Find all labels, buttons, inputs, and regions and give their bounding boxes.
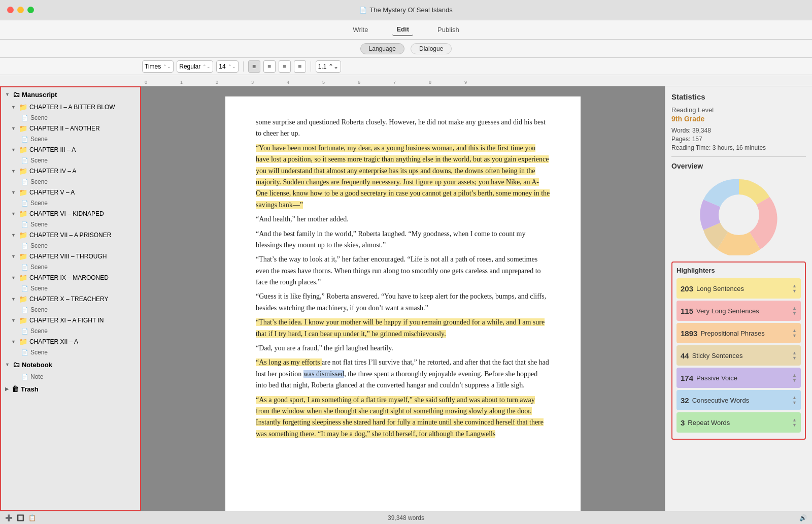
triangle-icon: ▼ xyxy=(11,105,16,110)
ruler-mark-0: 0 xyxy=(145,80,147,85)
sidebar-item-scene-9[interactable]: 📄 Scene xyxy=(1,283,140,293)
hl-arrow-up-2[interactable]: ▲ xyxy=(792,306,797,311)
hl-row-prepositional[interactable]: 1893 Prepositional Phrases ▲ ▼ xyxy=(676,323,801,343)
sidebar-item-scene-6[interactable]: 📄 Scene xyxy=(1,219,140,230)
sidebar-item-chapter-6[interactable]: ▼ 📁 CHAPTER VI – KIDNAPED xyxy=(1,208,140,219)
hl-arrow-up-4[interactable]: ▲ xyxy=(792,351,797,355)
sidebar-item-chapter-4[interactable]: ▼ 📁 CHAPTER IV – A xyxy=(1,166,140,177)
sidebar-item-scene-11[interactable]: 📄 Scene xyxy=(1,326,140,336)
hl-count-3: 1893 xyxy=(681,329,697,338)
add-doc-button[interactable]: ➕ xyxy=(5,514,13,521)
sidebar-item-note[interactable]: 📄 Note xyxy=(1,372,140,382)
stats-title: Statistics xyxy=(671,92,806,101)
sidebar-item-chapter-9[interactable]: ▼ 📁 CHAPTER IX – MAROONED xyxy=(1,272,140,283)
sidebar-item-chapter-2[interactable]: ▼ 📁 CHAPTER II – ANOTHER xyxy=(1,123,140,134)
font-selector[interactable]: Times ⌃⌄ xyxy=(142,60,174,73)
write-button[interactable]: Write xyxy=(349,24,372,36)
sidebar-item-scene-5[interactable]: 📄 Scene xyxy=(1,198,140,208)
hl-arrow-down-2[interactable]: ▼ xyxy=(792,311,797,316)
hl-label-2: Very Long Sentences xyxy=(696,307,759,315)
hl-arrow-down-3[interactable]: ▼ xyxy=(792,334,797,338)
statusbar-left[interactable]: ➕ 🔲 📋 xyxy=(5,514,36,521)
sidebar-item-chapter-3[interactable]: ▼ 📁 CHAPTER III – A xyxy=(1,144,140,155)
style-selector[interactable]: Regular ⌃⌄ xyxy=(177,60,213,73)
hl-arrow-up-3[interactable]: ▲ xyxy=(792,329,797,333)
hl-arrow-down-1[interactable]: ▼ xyxy=(792,289,797,293)
hl-arrow-up-1[interactable]: ▲ xyxy=(792,284,797,288)
doc-icon: 📄 xyxy=(21,200,28,207)
triangle-icon: ▼ xyxy=(11,297,16,302)
dialogue-button[interactable]: Dialogue xyxy=(411,43,452,54)
hl-arrow-down-5[interactable]: ▼ xyxy=(792,378,797,383)
sidebar-item-manuscript[interactable]: ▼ 🗂 Manuscript xyxy=(1,87,140,102)
corkboard-button[interactable]: 📋 xyxy=(28,514,36,521)
hl-arrows-1[interactable]: ▲ ▼ xyxy=(792,284,797,293)
minimize-button[interactable] xyxy=(17,7,24,13)
publish-button[interactable]: Publish xyxy=(433,24,463,36)
doc-icon: 📄 xyxy=(21,374,28,380)
maximize-button[interactable] xyxy=(27,7,34,13)
para-9: “As a good sport, I am something of a fl… xyxy=(256,395,550,440)
sidebar-item-chapter-12[interactable]: ▼ 📁 CHAPTER XII – A xyxy=(1,336,140,347)
sidebar-item-scene-12[interactable]: 📄 Scene xyxy=(1,347,140,357)
doc-icon: 📄 xyxy=(21,157,28,164)
subtoolbar: Language Dialogue xyxy=(0,40,812,58)
edit-button[interactable]: Edit xyxy=(392,23,413,36)
align-justify-button[interactable]: ≡ xyxy=(294,60,306,73)
sidebar-item-scene-2[interactable]: 📄 Scene xyxy=(1,134,140,144)
chapter-folder-icon: 📁 xyxy=(19,295,27,303)
language-button[interactable]: Language xyxy=(360,43,404,54)
triangle-icon: ▼ xyxy=(11,169,16,174)
align-right-button[interactable]: ≡ xyxy=(279,60,291,73)
hl-arrow-up-6[interactable]: ▲ xyxy=(792,396,797,400)
stats-pages: Pages: 157 xyxy=(671,136,806,143)
sidebar-item-chapter-1[interactable]: ▼ 📁 CHAPTER I – A BITTER BLOW xyxy=(1,102,140,113)
sidebar-item-chapter-11[interactable]: ▼ 📁 CHAPTER XI – A FIGHT IN xyxy=(1,315,140,326)
hl-row-content-1: 203 Long Sentences xyxy=(681,284,744,293)
hl-arrows-3[interactable]: ▲ ▼ xyxy=(792,329,797,338)
sidebar-item-trash[interactable]: ▶ 🗑 Trash xyxy=(1,382,140,396)
chapter-folder-icon: 📁 xyxy=(19,124,27,133)
sidebar-item-scene-7[interactable]: 📄 Scene xyxy=(1,241,140,251)
sidebar-item-scene-3[interactable]: 📄 Scene xyxy=(1,155,140,166)
hl-arrow-down-4[interactable]: ▼ xyxy=(792,356,797,361)
hl-row-passive-voice[interactable]: 174 Passive Voice ▲ ▼ xyxy=(676,368,801,388)
triangle-icon: ▼ xyxy=(11,147,16,152)
close-button[interactable] xyxy=(7,7,14,13)
view-toggle-button[interactable]: 🔲 xyxy=(17,514,24,521)
size-selector[interactable]: 14 ⌃⌄ xyxy=(216,60,238,73)
spacing-selector[interactable]: 1.1 ⌃⌄ xyxy=(316,60,342,73)
hl-row-sticky[interactable]: 44 Sticky Sentences ▲ ▼ xyxy=(676,345,801,366)
align-center-button[interactable]: ≡ xyxy=(263,60,276,73)
hl-count-7: 3 xyxy=(681,418,685,427)
sidebar-item-scene-1[interactable]: 📄 Scene xyxy=(1,113,140,123)
sidebar-item-chapter-7[interactable]: ▼ 📁 CHAPTER VII – A PRISONER xyxy=(1,230,140,241)
window-controls[interactable] xyxy=(7,7,34,13)
hl-label-4: Sticky Sentences xyxy=(692,352,743,359)
sidebar-item-chapter-5[interactable]: ▼ 📁 CHAPTER V – A xyxy=(1,187,140,198)
hl-row-consecutive-words[interactable]: 32 Consecutive Words ▲ ▼ xyxy=(676,390,801,410)
font-arrow-icon: ⌃⌄ xyxy=(163,64,171,69)
hl-arrows-7[interactable]: ▲ ▼ xyxy=(792,418,797,428)
ruler-mark-7: 7 xyxy=(393,80,396,85)
sidebar-item-scene-4[interactable]: 📄 Scene xyxy=(1,177,140,187)
hl-arrow-down-6[interactable]: ▼ xyxy=(792,401,797,405)
editor-area[interactable]: some surprise and questioned Roberta clo… xyxy=(141,86,665,511)
hl-row-long-sentences[interactable]: 203 Long Sentences ▲ ▼ xyxy=(676,278,801,299)
hl-arrow-down-7[interactable]: ▼ xyxy=(792,423,797,428)
sidebar-item-notebook[interactable]: ▼ 🗂 Notebook xyxy=(1,357,140,372)
sidebar-item-scene-10[interactable]: 📄 Scene xyxy=(1,305,140,315)
editor-page[interactable]: some surprise and questioned Roberta clo… xyxy=(225,96,581,511)
hl-arrow-up-5[interactable]: ▲ xyxy=(792,373,797,378)
sidebar-item-scene-8[interactable]: 📄 Scene xyxy=(1,262,140,272)
hl-arrows-2[interactable]: ▲ ▼ xyxy=(792,306,797,316)
hl-arrows-4[interactable]: ▲ ▼ xyxy=(792,351,797,361)
hl-arrows-5[interactable]: ▲ ▼ xyxy=(792,373,797,383)
hl-row-very-long-sentences[interactable]: 115 Very Long Sentences ▲ ▼ xyxy=(676,301,801,321)
hl-arrows-6[interactable]: ▲ ▼ xyxy=(792,396,797,405)
sidebar-item-chapter-8[interactable]: ▼ 📁 CHAPTER VIII – THROUGH xyxy=(1,251,140,262)
hl-arrow-up-7[interactable]: ▲ xyxy=(792,418,797,422)
align-left-button[interactable]: ≡ xyxy=(248,60,260,73)
sidebar-item-chapter-10[interactable]: ▼ 📁 CHAPTER X – TREACHERY xyxy=(1,293,140,305)
hl-row-repeat-words[interactable]: 3 Repeat Words ▲ ▼ xyxy=(676,412,801,433)
